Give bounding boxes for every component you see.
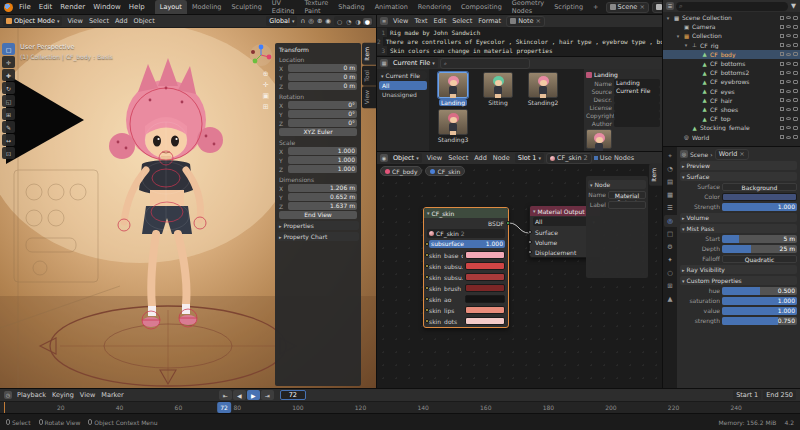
menu-item[interactable]: Help	[125, 3, 149, 11]
world-color-swatch[interactable]	[722, 193, 797, 201]
catalog-item[interactable]: All	[379, 81, 427, 90]
selectable-toggle-icon[interactable]	[780, 52, 784, 56]
properties-panel-header[interactable]: ▸Properties	[277, 221, 359, 230]
shading-solid-button[interactable]: ◔	[344, 18, 353, 25]
workspace-tab[interactable]: Scripting	[549, 0, 588, 14]
gizmos-icon[interactable]: ⊕	[316, 17, 323, 25]
node-group-datablock[interactable]: CF_skin2	[427, 229, 505, 238]
property-chart-panel-header[interactable]: ▸Property Chart	[277, 232, 359, 241]
frame-start-field[interactable]: Start1	[733, 390, 761, 400]
workspace-tab[interactable]: +	[588, 0, 603, 14]
perspective-toggle-icon[interactable]: ⊞	[262, 103, 269, 111]
selectable-toggle-icon[interactable]	[780, 126, 784, 130]
menu-item[interactable]: Keying	[49, 391, 77, 399]
menu-item[interactable]: Text	[411, 17, 430, 25]
workspace-tab[interactable]: Geometry Nodes	[507, 0, 549, 14]
orientation-dropdown[interactable]: Global▾	[266, 16, 297, 26]
input-socket[interactable]	[425, 275, 429, 279]
input-socket[interactable]	[528, 250, 532, 254]
selectable-toggle-icon[interactable]	[780, 80, 784, 84]
falloff-dropdown[interactable]: Quadratic	[722, 255, 797, 263]
input-socket[interactable]	[425, 286, 429, 290]
dimension-field[interactable]: 1.637 m	[288, 202, 357, 210]
custom-property-slider[interactable]: 0.500	[722, 287, 797, 295]
playhead-frame-badge[interactable]: 72	[217, 402, 231, 413]
disable-in-render-icon[interactable]	[793, 107, 798, 111]
dimension-field[interactable]: 1.206 m	[288, 184, 357, 192]
outliner-search-input[interactable]: ⌕	[676, 2, 788, 11]
outliner-row[interactable]: ▲ CF_eyes	[663, 87, 800, 96]
scene-selector[interactable]: Scene ×	[606, 2, 649, 13]
menu-item[interactable]: Playback	[14, 391, 49, 399]
tool-scale[interactable]: ◱	[2, 95, 15, 107]
location-field[interactable]: 0 m	[288, 64, 357, 72]
disable-in-render-icon[interactable]	[793, 16, 798, 20]
outliner-row[interactable]: ▲ CF_eyebrows	[663, 77, 800, 86]
editor-type-icon[interactable]: ≡	[380, 17, 388, 25]
snap-magnet-icon[interactable]: ∩	[299, 17, 306, 25]
workspace-tab[interactable]: Rendering	[413, 0, 456, 14]
workspace-tab[interactable]: Animation	[370, 0, 413, 14]
asset-item[interactable]: Landing	[432, 72, 474, 106]
slot-dropdown[interactable]: Slot 1▾	[515, 153, 544, 163]
menu-item[interactable]: Select	[445, 154, 471, 162]
editor-type-icon[interactable]: ▦	[380, 59, 388, 67]
outliner-row[interactable]: ▲ CF_hair	[663, 96, 800, 105]
selectable-toggle-icon[interactable]	[780, 25, 784, 29]
dimension-field[interactable]: 0.652 m	[288, 193, 357, 201]
node-name-field[interactable]: Material Output	[608, 191, 646, 199]
expand-arrow-icon[interactable]: ▾	[683, 42, 689, 48]
disable-in-render-icon[interactable]	[793, 135, 798, 139]
disable-in-render-icon[interactable]	[793, 80, 798, 84]
hide-in-viewport-icon[interactable]	[786, 71, 791, 74]
input-socket[interactable]	[528, 230, 532, 234]
expand-arrow-icon[interactable]: ▾	[675, 33, 681, 39]
color-swatch[interactable]	[465, 251, 505, 259]
disable-in-render-icon[interactable]	[793, 25, 798, 29]
surface-shader-dropdown[interactable]: Background	[722, 183, 797, 191]
menu-item[interactable]: Object	[131, 17, 158, 25]
shading-material-button[interactable]: ◑	[354, 18, 363, 25]
hide-in-viewport-icon[interactable]	[786, 126, 791, 129]
node-canvas[interactable]: CF_bodyCF_skin ▾CF_skin BSDF CF_skin2 su…	[377, 164, 662, 388]
navigation-gizmo[interactable]	[250, 44, 272, 66]
camera-view-icon[interactable]: ▣	[262, 92, 269, 100]
library-dropdown[interactable]: Current File▾	[390, 58, 438, 68]
blender-logo-icon[interactable]	[4, 3, 13, 12]
color-swatch[interactable]	[465, 317, 505, 325]
rotation-field[interactable]: 0°	[288, 119, 357, 127]
world-datablock[interactable]: World×	[715, 149, 749, 160]
color-swatch[interactable]	[465, 262, 505, 270]
asset-metadata-field[interactable]: Landing	[614, 79, 660, 87]
input-socket[interactable]	[425, 253, 429, 257]
location-field[interactable]: 0 m	[288, 82, 357, 90]
menu-item[interactable]: View	[390, 17, 411, 25]
disable-in-render-icon[interactable]	[793, 34, 798, 38]
sidebar-tab-item[interactable]: Item	[649, 164, 662, 186]
tool-move[interactable]: ✚	[2, 69, 15, 81]
custom-property-slider[interactable]: 0.750	[722, 317, 797, 325]
workspace-tab[interactable]: Compositing	[456, 0, 507, 14]
input-socket[interactable]	[425, 264, 429, 268]
view-layer-selector[interactable]: ViewLayer	[652, 2, 662, 13]
scale-field[interactable]: 1.000	[288, 156, 357, 164]
pan-icon[interactable]: ✛	[262, 81, 269, 89]
disable-in-render-icon[interactable]	[793, 89, 798, 93]
menu-item[interactable]: View	[424, 154, 445, 162]
workspace-tab[interactable]: UV Editing	[267, 0, 300, 14]
disable-in-render-icon[interactable]	[793, 62, 798, 66]
play-button[interactable]: ▶	[247, 390, 260, 400]
properties-tab-scene[interactable]: ☰	[664, 202, 677, 214]
properties-tab-object[interactable]: □	[664, 228, 677, 240]
volume-panel-header[interactable]: ▸Volume	[680, 213, 797, 222]
properties-tab-particles[interactable]: ✦	[664, 254, 677, 266]
shading-wireframe-button[interactable]: ○	[335, 18, 344, 25]
hide-in-viewport-icon[interactable]	[786, 62, 791, 65]
asset-item[interactable]: Sitting	[477, 72, 519, 106]
scale-field[interactable]: 1.000	[288, 147, 357, 155]
hide-in-viewport-icon[interactable]	[786, 136, 791, 139]
asset-metadata-field[interactable]: Current File	[614, 87, 660, 95]
input-socket[interactable]	[528, 240, 532, 244]
bsdf-output-socket[interactable]	[506, 221, 510, 225]
properties-tab-output[interactable]: ▤	[664, 176, 677, 188]
